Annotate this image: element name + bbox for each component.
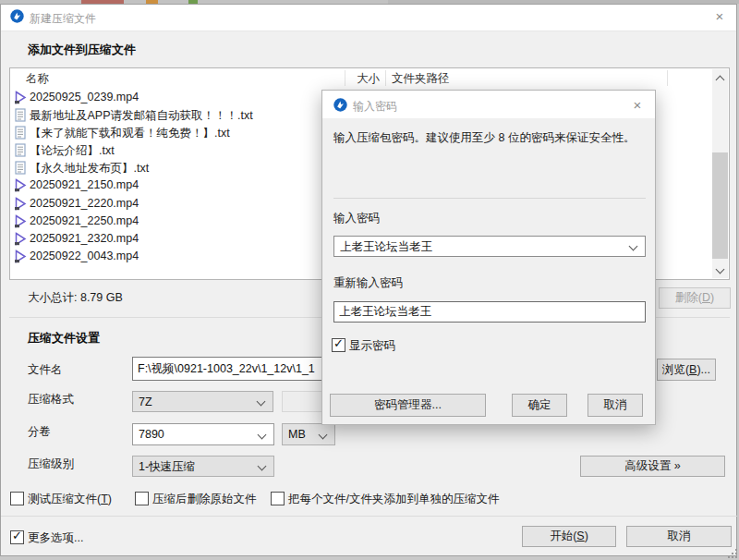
file-row[interactable]: 最新地址及APP请发邮箱自动获取！！！.txt xyxy=(10,106,329,124)
screen: 新建压缩文件 × 添加文件到压缩文件 名称 大小 文件夹路径 20250925_… xyxy=(0,0,739,560)
video-file-icon xyxy=(14,232,27,246)
delete-after-checkbox[interactable] xyxy=(135,492,149,505)
total-size-label: 大小总计: 8.79 GB xyxy=(28,290,123,306)
password-combobox[interactable]: 上老王论坛当老王 xyxy=(333,236,646,257)
chevron-down-icon xyxy=(257,397,266,407)
separate-archives-label: 把每个文件/文件夹添加到单独的压缩文件 xyxy=(288,492,499,507)
column-header-path[interactable]: 文件夹路径 xyxy=(392,71,450,87)
browse-button[interactable]: 浏览(B)... xyxy=(657,359,716,381)
show-password-checkbox[interactable]: ✓ xyxy=(332,338,345,352)
format-select[interactable]: 7Z xyxy=(132,391,273,412)
resize-grip[interactable] xyxy=(726,547,737,558)
main-cancel-button[interactable]: 取消 xyxy=(626,526,732,547)
start-button[interactable]: 开始(S) xyxy=(522,526,616,547)
file-row[interactable]: 20250925_0239.mp4 xyxy=(10,89,329,106)
filename-label: 文件名 xyxy=(28,362,63,378)
footer-divider xyxy=(1,516,737,517)
section-archive-settings: 压缩文件设置 xyxy=(28,330,100,347)
section-add-files: 添加文件到压缩文件 xyxy=(28,42,136,58)
text-file-icon xyxy=(14,108,27,122)
app-icon xyxy=(10,9,24,23)
dialog-divider xyxy=(333,198,646,199)
more-options-label: 更多选项... xyxy=(28,530,83,546)
scroll-up-button[interactable] xyxy=(712,69,728,85)
dialog-cancel-button[interactable]: 取消 xyxy=(588,394,643,417)
video-file-icon xyxy=(14,178,27,192)
dialog-app-icon xyxy=(333,98,347,112)
level-select[interactable]: 1-快速压缩 xyxy=(132,456,274,477)
show-password-label: 显示密码 xyxy=(349,338,395,354)
file-row[interactable]: 20250921_2220.mp4 xyxy=(10,195,329,213)
dialog-close-icon[interactable]: × xyxy=(625,95,649,116)
chevron-down-icon xyxy=(258,431,267,440)
file-row[interactable]: 20250921_2250.mp4 xyxy=(10,213,329,230)
chevron-down-icon xyxy=(319,431,328,440)
file-row[interactable]: 【论坛介绍】.txt xyxy=(10,141,329,159)
scroll-down-button[interactable] xyxy=(712,262,728,278)
column-divider[interactable] xyxy=(667,70,668,86)
chevron-down-icon xyxy=(629,242,638,251)
password-manager-button[interactable]: 密码管理器... xyxy=(330,394,486,417)
delete-after-label: 压缩后删除原始文件 xyxy=(152,492,257,507)
window-title: 新建压缩文件 xyxy=(30,11,96,27)
column-divider[interactable] xyxy=(385,70,386,86)
file-row[interactable]: 20250921_2320.mp4 xyxy=(10,230,329,248)
more-options-checkbox[interactable]: ✓ xyxy=(10,530,24,544)
level-label: 压缩级别 xyxy=(28,457,74,472)
video-file-icon xyxy=(14,91,27,104)
scroll-up-icon xyxy=(716,76,725,85)
confirm-password-label: 重新输入密码 xyxy=(333,275,403,291)
file-row[interactable]: 20250922_0043.mp4 xyxy=(10,248,329,265)
test-archive-label: 测试压缩文件(T) xyxy=(28,492,112,507)
column-divider[interactable] xyxy=(345,70,345,86)
test-archive-checkbox[interactable] xyxy=(10,492,24,505)
file-row[interactable]: 20250921_2150.mp4 xyxy=(10,177,329,194)
scrollbar-thumb[interactable] xyxy=(712,152,728,259)
check-icon: ✓ xyxy=(333,336,344,350)
column-header-size[interactable]: 大小 xyxy=(348,71,380,87)
text-file-icon xyxy=(14,161,27,175)
separate-archives-checkbox[interactable] xyxy=(271,492,285,505)
text-file-icon xyxy=(14,143,27,157)
titlebar xyxy=(1,5,736,30)
titlebar-divider xyxy=(1,30,736,31)
volume-size-combobox[interactable]: 7890 xyxy=(132,423,274,445)
dialog-title: 输入密码 xyxy=(353,99,397,115)
ok-button[interactable]: 确定 xyxy=(512,394,567,417)
video-file-icon xyxy=(14,197,27,211)
dialog-message: 输入压缩包密码。建议使用至少 8 位的密码来保证安全性。 xyxy=(333,130,644,146)
window-close-icon[interactable]: × xyxy=(708,6,732,27)
password-label: 输入密码 xyxy=(333,211,380,226)
delete-button[interactable]: 删除(D) xyxy=(659,287,731,309)
check-icon: ✓ xyxy=(12,529,22,542)
chevron-down-icon xyxy=(258,462,267,471)
password-dialog: 输入密码 × 输入压缩包密码。建议使用至少 8 位的密码来保证安全性。 输入密码… xyxy=(321,90,656,425)
text-file-icon xyxy=(14,126,27,140)
volume-label: 分卷 xyxy=(28,424,51,440)
video-file-icon xyxy=(14,214,27,228)
vertical-scrollbar[interactable] xyxy=(712,69,728,278)
volume-unit-select[interactable]: MB xyxy=(282,423,335,445)
scroll-down-icon xyxy=(716,265,725,274)
advanced-settings-button[interactable]: 高级设置 » xyxy=(580,456,725,477)
format-label: 压缩格式 xyxy=(28,392,74,408)
file-row[interactable]: 【永久地址发布页】.txt xyxy=(10,159,329,177)
column-header-name[interactable]: 名称 xyxy=(26,71,49,87)
confirm-password-input[interactable]: 上老王论坛当老王 xyxy=(333,301,646,323)
video-file-icon xyxy=(14,250,27,263)
file-row[interactable]: 【来了就能下载和观看！纯免费！】.txt xyxy=(10,124,329,141)
